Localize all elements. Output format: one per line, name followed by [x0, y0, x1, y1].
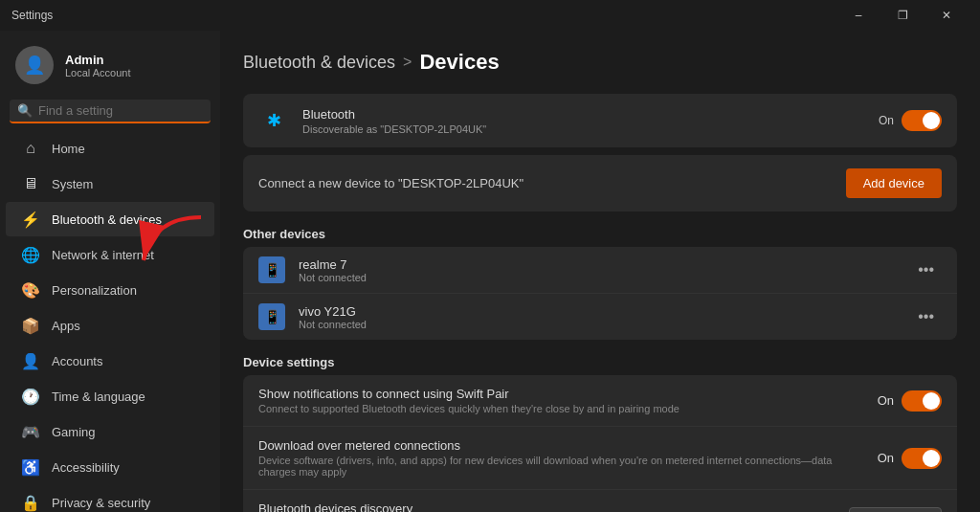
- profile-info: Admin Local Account: [65, 53, 131, 78]
- nav-icon-network: 🌐: [21, 245, 40, 264]
- nav-icon-bluetooth: ⚡: [21, 210, 40, 229]
- settings-text-1: Download over metered connections Device…: [258, 438, 864, 478]
- device-status-0: Not connected: [299, 272, 897, 283]
- title-bar: Settings – ❐ ✕: [0, 0, 980, 31]
- nav-icon-gaming: 🎮: [21, 422, 40, 441]
- sidebar-item-time[interactable]: 🕐Time & language: [6, 379, 214, 413]
- device-info-0: realme 7 Not connected: [299, 257, 897, 283]
- settings-row-2: Bluetooth devices discovery When adding …: [243, 489, 957, 512]
- nav-label-gaming: Gaming: [52, 425, 96, 439]
- device-options-0[interactable]: •••: [910, 257, 942, 282]
- device-name-1: vivo Y21G: [299, 304, 897, 319]
- nav-icon-home: ⌂: [21, 139, 40, 158]
- device-row-1: 📱 vivo Y21G Not connected •••: [243, 293, 957, 340]
- breadcrumb-current: Devices: [419, 50, 499, 75]
- avatar: 👤: [15, 46, 54, 84]
- metered-status: On: [878, 451, 894, 465]
- connect-row: Connect a new device to "DESKTOP-2LP04UK…: [243, 155, 957, 211]
- nav-icon-apps: 📦: [21, 316, 40, 335]
- settings-control-0: On: [878, 390, 942, 412]
- nav-label-accounts: Accounts: [52, 354, 102, 368]
- profile-subtitle: Local Account: [65, 67, 131, 78]
- settings-control-1: On: [878, 448, 942, 469]
- nav-icon-accessibility: ♿: [21, 457, 40, 477]
- sidebar-item-personalization[interactable]: 🎨Personalization: [6, 273, 214, 307]
- settings-control-2: Advanced ▾: [849, 507, 942, 512]
- main-content: Bluetooth & devices > Devices ✱ Bluetoot…: [220, 31, 980, 512]
- add-device-button[interactable]: Add device: [846, 168, 942, 198]
- nav-label-bluetooth: Bluetooth & devices: [52, 212, 162, 227]
- nav-label-time: Time & language: [52, 390, 145, 404]
- settings-text-2: Bluetooth devices discovery When adding …: [258, 501, 835, 512]
- sidebar-item-accessibility[interactable]: ♿Accessibility: [6, 450, 214, 484]
- bluetooth-subtitle: Discoverable as "DESKTOP-2LP04UK": [302, 123, 865, 135]
- device-name-0: realme 7: [299, 257, 897, 272]
- breadcrumb-separator: >: [403, 54, 412, 71]
- settings-title-1: Download over metered connections: [258, 438, 864, 453]
- other-devices-card: 📱 realme 7 Not connected ••• 📱 vivo Y21G…: [243, 247, 957, 340]
- bluetooth-row: ✱ Bluetooth Discoverable as "DESKTOP-2LP…: [243, 94, 957, 147]
- close-button[interactable]: ✕: [924, 0, 969, 31]
- breadcrumb-parent[interactable]: Bluetooth & devices: [243, 53, 395, 73]
- settings-subtitle-0: Connect to supported Bluetooth devices q…: [258, 403, 864, 414]
- nav-label-personalization: Personalization: [52, 283, 137, 298]
- breadcrumb: Bluetooth & devices > Devices: [243, 50, 957, 75]
- nav-label-system: System: [52, 177, 93, 191]
- search-input[interactable]: [38, 103, 203, 118]
- settings-row-0: Show notifications to connect using Swif…: [243, 375, 957, 426]
- nav-icon-personalization: 🎨: [21, 280, 40, 300]
- sidebar-item-network[interactable]: 🌐Network & internet: [6, 237, 214, 272]
- discovery-dropdown[interactable]: Advanced ▾: [849, 507, 942, 512]
- nav-label-apps: Apps: [52, 319, 80, 333]
- nav-icon-privacy: 🔒: [21, 493, 40, 512]
- app-body: 👤 Admin Local Account 🔍 ⌂Home🖥System⚡Blu…: [0, 31, 980, 512]
- sidebar-item-bluetooth[interactable]: ⚡Bluetooth & devices: [6, 202, 214, 236]
- device-options-1[interactable]: •••: [910, 304, 942, 329]
- sidebar-nav: ⌂Home🖥System⚡Bluetooth & devices🌐Network…: [0, 131, 220, 512]
- nav-icon-accounts: 👤: [21, 351, 40, 370]
- maximize-button[interactable]: ❐: [880, 0, 924, 31]
- bluetooth-card: ✱ Bluetooth Discoverable as "DESKTOP-2LP…: [243, 94, 957, 147]
- metered-toggle[interactable]: [902, 448, 942, 469]
- settings-text-0: Show notifications to connect using Swif…: [258, 387, 864, 414]
- nav-icon-system: 🖥: [21, 174, 40, 193]
- sidebar-item-system[interactable]: 🖥System: [6, 167, 214, 201]
- sidebar-item-privacy[interactable]: 🔒Privacy & security: [6, 485, 214, 512]
- device-icon-1: 📱: [258, 303, 285, 330]
- nav-label-privacy: Privacy & security: [52, 496, 150, 510]
- connect-text: Connect a new device to "DESKTOP-2LP04UK…: [258, 176, 523, 190]
- sidebar: 👤 Admin Local Account 🔍 ⌂Home🖥System⚡Blu…: [0, 31, 220, 512]
- title-bar-label: Settings: [11, 9, 53, 22]
- device-status-1: Not connected: [299, 319, 897, 330]
- device-settings-card: Show notifications to connect using Swif…: [243, 375, 957, 512]
- bluetooth-toggle[interactable]: [902, 110, 942, 131]
- settings-title-0: Show notifications to connect using Swif…: [258, 387, 864, 401]
- settings-title-2: Bluetooth devices discovery: [258, 501, 835, 512]
- sidebar-item-home[interactable]: ⌂Home: [6, 131, 214, 166]
- nav-icon-time: 🕐: [21, 387, 40, 406]
- settings-row-1: Download over metered connections Device…: [243, 426, 957, 489]
- nav-label-network: Network & internet: [52, 248, 154, 262]
- title-bar-controls: – ❐ ✕: [836, 0, 969, 31]
- bluetooth-info: Bluetooth Discoverable as "DESKTOP-2LP04…: [302, 107, 865, 135]
- bluetooth-icon: ✱: [258, 105, 289, 136]
- minimize-button[interactable]: –: [836, 0, 880, 31]
- sidebar-item-apps[interactable]: 📦Apps: [6, 308, 214, 343]
- swift-pair-toggle[interactable]: [902, 390, 942, 412]
- title-bar-title: Settings: [11, 9, 53, 22]
- bluetooth-toggle-wrap: On: [879, 110, 942, 131]
- connect-card: Connect a new device to "DESKTOP-2LP04UK…: [243, 155, 957, 211]
- profile-name: Admin: [65, 53, 131, 67]
- other-devices-label: Other devices: [243, 227, 957, 241]
- device-settings-label: Device settings: [243, 355, 957, 369]
- device-row-0: 📱 realme 7 Not connected •••: [243, 247, 957, 293]
- nav-label-accessibility: Accessibility: [52, 460, 120, 475]
- search-icon: 🔍: [17, 103, 33, 118]
- sidebar-item-gaming[interactable]: 🎮Gaming: [6, 414, 214, 449]
- device-info-1: vivo Y21G Not connected: [299, 304, 897, 330]
- device-icon-0: 📱: [258, 256, 285, 283]
- swift-pair-status: On: [878, 393, 894, 408]
- bluetooth-title: Bluetooth: [302, 107, 865, 122]
- sidebar-item-accounts[interactable]: 👤Accounts: [6, 344, 214, 378]
- search-box[interactable]: 🔍: [10, 100, 211, 123]
